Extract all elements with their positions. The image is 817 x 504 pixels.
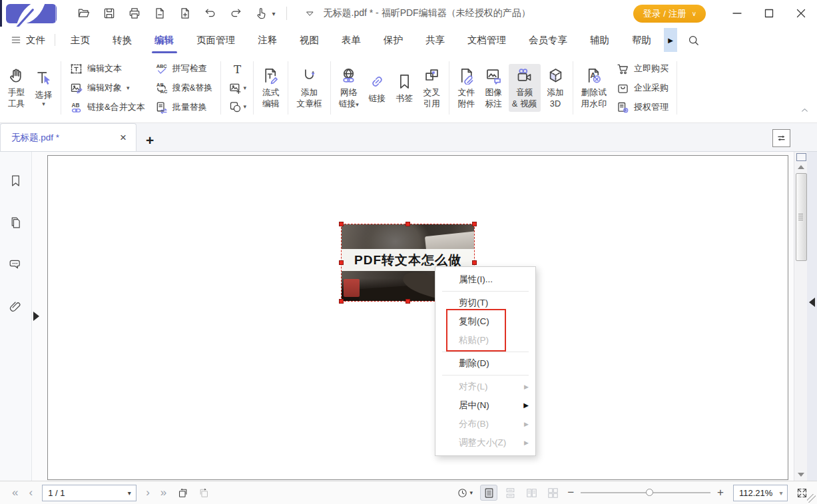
reflow-edit-button[interactable]: 流式 编辑 xyxy=(258,64,283,112)
ribbon-collapse-button[interactable] xyxy=(800,105,809,117)
close-button[interactable] xyxy=(785,0,817,27)
tab-share[interactable]: 共享 xyxy=(414,27,456,53)
add-shape-button[interactable]: ▾ xyxy=(226,97,248,116)
zoom-in-button[interactable]: + xyxy=(713,486,728,499)
tab-member[interactable]: 会员专享 xyxy=(517,27,579,53)
add-image-button[interactable]: ▾ xyxy=(226,79,248,97)
remove-trial-watermark-button[interactable]: A 删除试 用水印 xyxy=(578,64,610,112)
expand-left-panel-arrow[interactable] xyxy=(33,312,39,321)
buy-now-button[interactable]: 立即购买 xyxy=(613,59,672,79)
menu-item-center[interactable]: 居中(N)▶ xyxy=(435,396,535,415)
bookmark-button[interactable]: 书签 xyxy=(392,70,417,107)
minimize-button[interactable] xyxy=(721,0,753,27)
split-view-grabber[interactable] xyxy=(796,153,806,161)
tab-accessibility[interactable]: 辅助 xyxy=(579,27,621,53)
menu-item-properties[interactable]: 属性(I)... xyxy=(435,270,535,289)
resize-handle-n[interactable] xyxy=(406,222,410,226)
resize-handle-e[interactable] xyxy=(472,260,477,265)
workspace-button[interactable]: 工作台 xyxy=(6,4,57,23)
next-page-button[interactable]: › xyxy=(140,486,155,499)
print-button[interactable] xyxy=(125,3,144,23)
pdf-page[interactable] xyxy=(47,155,788,480)
edit-text-button[interactable]: 编辑文本 xyxy=(66,59,148,79)
resize-handle-nw[interactable] xyxy=(339,222,344,226)
batch-replace-button[interactable]: 批量替换 xyxy=(151,98,216,117)
hand-tool-button[interactable]: 手型 工具 xyxy=(4,64,29,112)
file-menu-button[interactable]: 文件 xyxy=(0,34,55,47)
login-register-button[interactable]: 登录 / 注册 ∨ xyxy=(633,5,706,23)
attachments-panel-button[interactable] xyxy=(6,296,26,316)
previous-page-button[interactable]: ‹ xyxy=(23,486,38,499)
save-button[interactable] xyxy=(99,3,119,23)
add-3d-button[interactable]: 添加 3D xyxy=(543,64,568,112)
search-replace-button[interactable]: ABAC 搜索&替换 xyxy=(151,79,216,98)
tab-protect[interactable]: 保护 xyxy=(372,27,414,53)
scroll-down-arrow[interactable] xyxy=(798,473,804,477)
tab-form[interactable]: 表单 xyxy=(330,27,372,53)
enterprise-purchase-button[interactable]: 企业采购 xyxy=(613,79,672,98)
previous-view-button[interactable] xyxy=(174,485,191,501)
add-article-box-button[interactable]: 添加 文章框 xyxy=(293,64,325,112)
pages-panel-button[interactable] xyxy=(6,212,26,232)
tab-close-icon[interactable]: × xyxy=(117,131,129,144)
bookmarks-panel-button[interactable] xyxy=(6,170,26,190)
single-page-view-button[interactable] xyxy=(480,485,497,501)
search-button[interactable] xyxy=(681,28,705,52)
delete-page-button[interactable] xyxy=(150,3,170,23)
license-management-button[interactable]: 授权管理 xyxy=(613,98,672,117)
add-text-button[interactable]: T xyxy=(226,60,248,79)
link-merge-text-button[interactable]: AB 链接&合并文本 xyxy=(66,98,148,117)
file-attachment-button[interactable]: 文件 附件 xyxy=(454,64,479,112)
switch-tabs-button[interactable] xyxy=(772,129,790,147)
menu-item-delete[interactable]: 删除(D) xyxy=(435,354,535,373)
spell-check-button[interactable]: ABC 拼写检查 xyxy=(151,59,216,79)
scrollbar-thumb[interactable] xyxy=(796,173,807,261)
open-file-button[interactable] xyxy=(74,3,94,23)
tab-page-manage[interactable]: 页面管理 xyxy=(185,27,246,53)
last-page-button[interactable]: » xyxy=(155,486,172,499)
resize-handle-w[interactable] xyxy=(339,260,344,265)
zoom-level-combo[interactable]: 112.21% ▾ xyxy=(733,485,788,501)
audio-video-button[interactable]: 音频 & 视频 xyxy=(509,64,541,112)
resize-handle-sw[interactable] xyxy=(339,299,344,304)
document-tab[interactable]: 无标题.pdf * × xyxy=(0,123,136,151)
resize-handle-s[interactable] xyxy=(406,299,410,304)
hand-pointer-button[interactable] xyxy=(251,3,271,23)
first-page-button[interactable]: « xyxy=(7,486,23,499)
hand-pointer-caret[interactable]: ▾ xyxy=(272,10,276,17)
facing-view-button[interactable] xyxy=(523,485,540,501)
select-tool-button[interactable]: 选择 ▾ xyxy=(31,67,56,110)
zoom-out-button[interactable]: − xyxy=(563,486,578,499)
menu-overflow-button[interactable]: ▶ xyxy=(664,28,677,52)
undo-button[interactable] xyxy=(200,3,220,23)
tab-help[interactable]: 帮助 xyxy=(621,27,663,53)
menu-item-cut[interactable]: 剪切(T) xyxy=(435,294,535,312)
maximize-button[interactable] xyxy=(753,0,785,27)
rotate-view-button[interactable]: ▾ xyxy=(457,487,473,499)
zoom-slider[interactable] xyxy=(581,486,710,499)
add-page-button[interactable] xyxy=(175,3,195,23)
tab-view[interactable]: 视图 xyxy=(288,27,330,53)
resize-handle-ne[interactable] xyxy=(472,222,477,226)
window-resize-grip[interactable] xyxy=(807,494,816,503)
web-link-button[interactable]: 网络 链接▾ xyxy=(336,64,362,112)
tab-comment[interactable]: 注释 xyxy=(246,27,288,53)
facing-continuous-view-button[interactable] xyxy=(544,485,561,501)
image-annotation-button[interactable]: 图像 标注 xyxy=(481,64,506,112)
link-button[interactable]: 链接 xyxy=(365,70,390,107)
collapse-toolbar-icon[interactable] xyxy=(304,8,316,19)
scroll-up-arrow[interactable] xyxy=(798,165,804,169)
new-tab-button[interactable]: + xyxy=(146,134,154,147)
cross-reference-button[interactable]: 交叉 引用 xyxy=(419,64,444,112)
vertical-scrollbar[interactable] xyxy=(794,152,807,481)
redo-button[interactable] xyxy=(226,3,246,23)
tab-edit[interactable]: 编辑 xyxy=(143,27,185,53)
zoom-slider-thumb[interactable] xyxy=(646,489,653,496)
page-number-combo[interactable]: 1 / 1 ▾ xyxy=(42,485,136,501)
tab-doc-manage[interactable]: 文档管理 xyxy=(456,27,517,53)
expand-right-panel-arrow[interactable] xyxy=(809,298,815,307)
edit-object-button[interactable]: 编辑对象 ▾ xyxy=(66,79,148,98)
menu-item-copy[interactable]: 复制(C) xyxy=(435,312,535,331)
continuous-view-button[interactable] xyxy=(501,485,519,501)
tab-home[interactable]: 主页 xyxy=(59,27,101,53)
